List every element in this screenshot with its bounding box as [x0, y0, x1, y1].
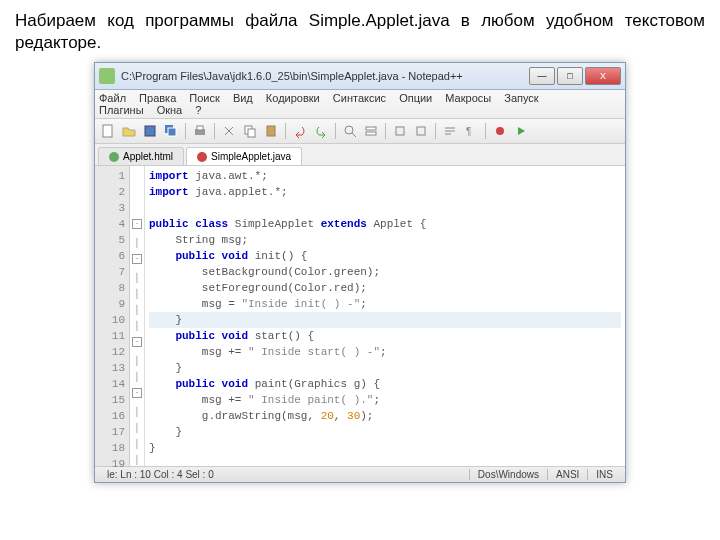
tab-applet-html[interactable]: Applet.html: [98, 147, 184, 165]
svg-rect-0: [103, 125, 112, 137]
svg-rect-3: [168, 128, 176, 136]
undo-icon[interactable]: [291, 122, 309, 140]
paste-icon[interactable]: [262, 122, 280, 140]
menu-macros[interactable]: Макросы: [445, 92, 491, 104]
menu-encoding[interactable]: Кодировки: [266, 92, 320, 104]
svg-point-15: [496, 127, 504, 135]
find-icon[interactable]: [341, 122, 359, 140]
toolbar: ¶: [95, 119, 625, 144]
menu-edit[interactable]: Правка: [139, 92, 176, 104]
separator-icon: [435, 123, 436, 139]
menu-syntax[interactable]: Синтаксис: [333, 92, 386, 104]
svg-text:¶: ¶: [466, 126, 471, 137]
replace-icon[interactable]: [362, 122, 380, 140]
separator-icon: [185, 123, 186, 139]
editor-area: 12345678910111213141516171819 -│-││││-││…: [95, 166, 625, 466]
save-all-icon[interactable]: [162, 122, 180, 140]
tab-status-icon: [109, 152, 119, 162]
redo-icon[interactable]: [312, 122, 330, 140]
maximize-button[interactable]: □: [557, 67, 583, 85]
separator-icon: [485, 123, 486, 139]
svg-rect-7: [248, 129, 255, 137]
svg-rect-11: [366, 132, 376, 135]
notepad-window: C:\Program Files\Java\jdk1.6.0_25\bin\Si…: [94, 62, 626, 483]
zoom-out-icon[interactable]: [412, 122, 430, 140]
cut-icon[interactable]: [220, 122, 238, 140]
menu-help[interactable]: ?: [195, 104, 201, 116]
menu-plugins[interactable]: Плагины: [99, 104, 144, 116]
new-file-icon[interactable]: [99, 122, 117, 140]
code-content[interactable]: import java.awt.*; import java.applet.*;…: [145, 166, 625, 466]
menu-bar: Файл Правка Поиск Вид Кодировки Синтакси…: [95, 90, 625, 119]
svg-rect-12: [396, 127, 404, 135]
app-icon: [99, 68, 115, 84]
svg-rect-5: [197, 126, 203, 130]
tab-label: Applet.html: [123, 151, 173, 162]
menu-run[interactable]: Запуск: [504, 92, 538, 104]
wrap-icon[interactable]: [441, 122, 459, 140]
minimize-button[interactable]: —: [529, 67, 555, 85]
print-icon[interactable]: [191, 122, 209, 140]
separator-icon: [285, 123, 286, 139]
tab-status-icon: [197, 152, 207, 162]
separator-icon: [335, 123, 336, 139]
svg-rect-13: [417, 127, 425, 135]
menu-file[interactable]: Файл: [99, 92, 126, 104]
open-file-icon[interactable]: [120, 122, 138, 140]
menu-windows[interactable]: Окна: [157, 104, 183, 116]
window-title: C:\Program Files\Java\jdk1.6.0_25\bin\Si…: [121, 70, 529, 82]
line-numbers: 12345678910111213141516171819: [95, 166, 130, 466]
svg-rect-10: [366, 127, 376, 130]
close-button[interactable]: X: [585, 67, 621, 85]
save-icon[interactable]: [141, 122, 159, 140]
copy-icon[interactable]: [241, 122, 259, 140]
tab-bar: Applet.html SimpleApplet.java: [95, 144, 625, 166]
caption-text: Набираем код программы файла Simple.Appl…: [15, 10, 705, 54]
zoom-in-icon[interactable]: [391, 122, 409, 140]
menu-options[interactable]: Опции: [399, 92, 432, 104]
svg-rect-8: [267, 126, 275, 136]
svg-point-9: [345, 126, 353, 134]
title-bar[interactable]: C:\Program Files\Java\jdk1.6.0_25\bin\Si…: [95, 63, 625, 90]
play-icon[interactable]: [512, 122, 530, 140]
record-icon[interactable]: [491, 122, 509, 140]
svg-rect-1: [145, 126, 155, 136]
menu-view[interactable]: Вид: [233, 92, 253, 104]
hidden-icon[interactable]: ¶: [462, 122, 480, 140]
separator-icon: [214, 123, 215, 139]
tab-label: SimpleApplet.java: [211, 151, 291, 162]
separator-icon: [385, 123, 386, 139]
fold-gutter: -│-││││-││-││││: [130, 166, 145, 466]
menu-search[interactable]: Поиск: [189, 92, 219, 104]
tab-simpleapplet-java[interactable]: SimpleApplet.java: [186, 147, 302, 165]
